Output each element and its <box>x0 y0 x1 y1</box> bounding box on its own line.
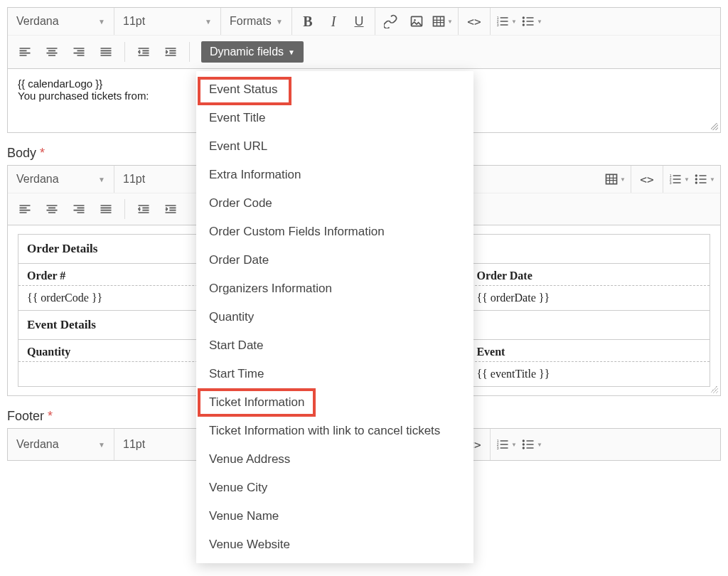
outdent-icon <box>136 45 151 59</box>
dropdown-item[interactable]: Ticket Information with link to cancel t… <box>196 417 473 445</box>
indent-icon <box>164 202 178 216</box>
svg-point-23 <box>523 443 525 445</box>
align-center-icon <box>45 202 59 216</box>
separator <box>124 42 125 62</box>
align-justify-icon <box>99 202 113 216</box>
table-button[interactable]: ▼ <box>429 9 455 34</box>
outdent-button[interactable] <box>131 39 156 65</box>
dropdown-item[interactable]: Order Code <box>196 189 473 218</box>
font-family-select[interactable]: Verdana ▼ <box>8 429 114 460</box>
unordered-list-button[interactable]: ▼ <box>519 9 545 34</box>
dropdown-item[interactable]: Ticket Information <box>196 388 473 417</box>
unordered-list-button[interactable]: ▼ <box>692 166 717 192</box>
align-center-button[interactable] <box>39 196 65 222</box>
svg-point-1 <box>414 19 416 21</box>
caret-icon: ▼ <box>288 48 295 56</box>
dropdown-item[interactable]: Extra Information <box>196 161 473 189</box>
image-icon <box>410 14 424 28</box>
outdent-button[interactable] <box>131 196 156 222</box>
align-right-button[interactable] <box>66 196 92 222</box>
font-family-label: Verdana <box>16 15 59 28</box>
header-toolbar: Verdana ▼ 11pt ▼ Formats ▼ B I U ▼ <box>7 7 721 69</box>
unordered-list-icon <box>521 14 535 28</box>
source-code-button[interactable]: <> <box>634 166 660 192</box>
underline-button[interactable]: U <box>346 9 372 34</box>
insert-group: ▼ <box>375 8 459 35</box>
required-asterisk: * <box>40 146 45 160</box>
italic-button[interactable]: I <box>321 9 346 34</box>
align-right-button[interactable] <box>66 39 92 65</box>
align-center-button[interactable] <box>39 39 65 65</box>
indent-icon <box>164 45 178 59</box>
caret-icon: ▼ <box>511 18 517 25</box>
caret-icon: ▼ <box>205 18 212 26</box>
align-left-button[interactable] <box>12 196 38 222</box>
table-button[interactable]: ▼ <box>602 166 628 192</box>
align-justify-button[interactable] <box>93 39 119 65</box>
svg-rect-9 <box>606 174 617 183</box>
text-style-group: B I U <box>292 8 375 35</box>
caret-icon: ▼ <box>98 18 105 26</box>
dropdown-item[interactable]: Organizers Information <box>196 274 473 303</box>
caret-icon: ▼ <box>276 18 283 26</box>
indent-button[interactable] <box>158 39 183 65</box>
separator <box>189 42 190 62</box>
font-size-label: 11pt <box>123 15 145 28</box>
ordered-list-icon: 123 <box>496 437 510 452</box>
footer-label-text: Footer <box>7 409 44 423</box>
unordered-list-icon <box>521 437 535 452</box>
unordered-list-icon <box>694 172 708 186</box>
bold-button[interactable]: B <box>295 9 321 34</box>
caret-icon: ▼ <box>684 176 690 183</box>
caret-icon: ▼ <box>620 176 626 183</box>
dropdown-item[interactable]: Quantity <box>196 303 473 331</box>
svg-point-13 <box>695 174 697 176</box>
dynamic-fields-button[interactable]: Dynamic fields ▼ <box>201 41 304 63</box>
indent-button[interactable] <box>158 196 183 222</box>
font-family-select[interactable]: Verdana ▼ <box>8 8 114 35</box>
dropdown-item[interactable]: Event Title <box>196 104 473 132</box>
ordered-list-button[interactable]: 123 ▼ <box>666 166 692 192</box>
caret-icon: ▼ <box>98 441 105 449</box>
align-justify-button[interactable] <box>93 196 119 222</box>
dropdown-item[interactable]: Start Time <box>196 360 473 388</box>
event-title-value: {{ eventTitle }} <box>468 362 710 386</box>
unordered-list-button[interactable]: ▼ <box>519 432 545 457</box>
dropdown-item[interactable]: Order Date <box>196 246 473 274</box>
dropdown-item[interactable]: Start Date <box>196 331 473 360</box>
font-size-select[interactable]: 11pt ▼ <box>114 8 221 35</box>
ordered-list-button[interactable]: 123 ▼ <box>493 432 519 457</box>
svg-text:3: 3 <box>497 23 499 27</box>
dropdown-item[interactable]: Order Custom Fields Information <box>196 218 473 246</box>
dynamic-fields-label: Dynamic fields <box>210 46 284 58</box>
svg-point-6 <box>523 16 525 18</box>
order-date-label: Order Date <box>468 264 710 286</box>
dropdown-item[interactable]: Event URL <box>196 132 473 161</box>
source-code-button[interactable]: <> <box>461 9 487 34</box>
svg-point-7 <box>523 20 525 22</box>
event-label: Event <box>468 340 710 362</box>
code-group: <> <box>459 8 491 35</box>
formats-label: Formats <box>230 15 272 28</box>
ordered-list-icon: 123 <box>496 14 510 28</box>
align-left-icon <box>18 202 32 216</box>
dropdown-item[interactable]: Venue Address <box>196 445 473 468</box>
svg-text:3: 3 <box>497 446 499 450</box>
align-center-icon <box>45 45 59 59</box>
font-size-label: 11pt <box>123 173 145 186</box>
ordered-list-icon: 123 <box>668 172 682 186</box>
code-group: <> <box>631 166 663 193</box>
font-size-label: 11pt <box>123 438 145 451</box>
separator <box>124 199 125 219</box>
resize-handle[interactable] <box>710 385 719 394</box>
caret-icon: ▼ <box>710 176 715 183</box>
align-left-button[interactable] <box>12 39 38 65</box>
formats-select[interactable]: Formats ▼ <box>221 8 292 35</box>
image-button[interactable] <box>404 9 429 34</box>
dropdown-item[interactable]: Event Status <box>196 75 473 104</box>
list-group: 123 ▼ ▼ <box>491 8 547 35</box>
resize-handle[interactable] <box>710 122 719 131</box>
link-button[interactable] <box>378 9 404 34</box>
ordered-list-button[interactable]: 123 ▼ <box>493 9 519 34</box>
font-family-select[interactable]: Verdana ▼ <box>8 166 114 193</box>
